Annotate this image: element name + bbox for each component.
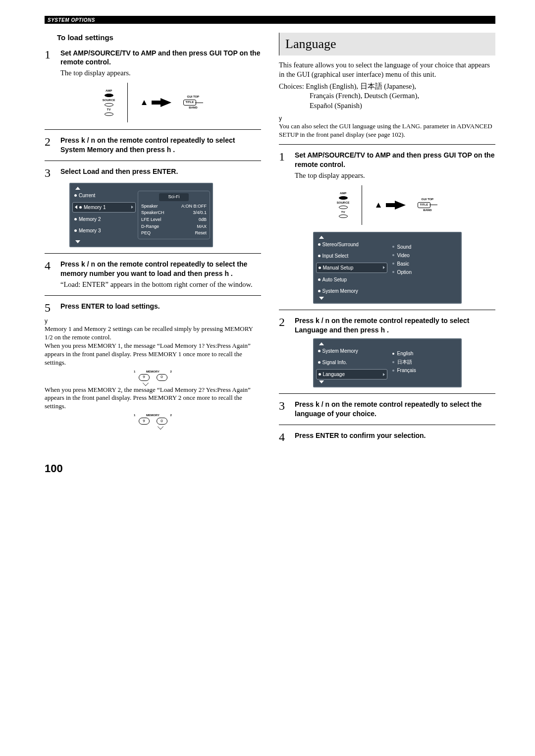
rule-icon (45, 253, 261, 254)
gui-top-menu: Stereo/Surround Input Select Manual Setu… (313, 232, 462, 304)
menu-item: System Memory (316, 286, 387, 296)
step-bold: Select Load and then press ENTER. (60, 167, 261, 176)
gui-top-label: GUI TOP (422, 198, 434, 202)
menu-right-panel: Sci-Fi SpeakerA:ON B:OFF SpeakerCH3/4/0.… (138, 191, 210, 239)
header-bar: SYSTEM OPTIONS (45, 16, 495, 24)
gui-top-button-group: GUI TOP TITLE BAND (418, 198, 438, 212)
menu-item: Memory 3 (72, 226, 136, 235)
pointer-icon (429, 205, 437, 205)
bullet-icon (318, 278, 321, 281)
bullet-icon (318, 361, 321, 364)
left-step-3: 3 Select Load and then press ENTER. (45, 167, 261, 179)
sub-label: Option (397, 269, 412, 275)
step-bold: Press k / n on the remote control repeat… (60, 260, 261, 278)
menu-right-list: Sound Video Basic Option (389, 240, 459, 296)
tip-text-3: When you press MEMORY 2, the message “Lo… (45, 386, 261, 411)
bullet-icon (319, 267, 321, 269)
sub-label: Basic (397, 261, 409, 267)
sub-item: 日本語 (391, 358, 457, 366)
mem-memory-label: MEMORY (146, 414, 160, 418)
scroll-down-icon (319, 297, 324, 300)
amp-oval-icon (105, 94, 113, 97)
rule-icon (279, 310, 495, 310)
step-number: 4 (279, 431, 290, 443)
tip-text: You can also select the GUI language usi… (279, 122, 495, 139)
right-step-1: 1 Set AMP/SOURCE/TV to AMP and then pres… (279, 151, 495, 180)
source-label: SOURCE (337, 201, 350, 205)
dot-icon (392, 361, 394, 363)
gui-memory-menu: Current Memory 1 Memory 2 Memory 3 Sci-F… (69, 183, 213, 247)
kv-val: MAX (197, 224, 207, 230)
tri-right-icon (383, 373, 385, 376)
step-bold: Press k / n on the remote control repeat… (295, 400, 495, 419)
menu-label: Memory 3 (79, 227, 101, 234)
btn-0-label: 0 (160, 419, 162, 424)
menu-item: Input Select (316, 251, 387, 261)
step-bold: Press ENTER to confirm your selection. (295, 431, 495, 440)
btn-9-label: 9 (143, 419, 145, 424)
language-title: Language (279, 33, 495, 55)
step-number: 4 (45, 260, 55, 271)
kv-val: 3/4/0.1 (193, 210, 207, 216)
rule-icon (279, 425, 495, 425)
scroll-up-icon (319, 342, 324, 345)
btn-9-label: 9 (143, 375, 145, 379)
divider-icon (127, 83, 128, 122)
choices-line-3: Español (Spanish) (279, 101, 495, 111)
sub-item: English (391, 349, 457, 358)
step-bold: Set AMP/SOURCE/TV to AMP and then press … (60, 49, 261, 67)
scroll-down-icon (319, 380, 324, 383)
right-arrow-icon (395, 201, 406, 210)
menu-right-list: English 日本語 Français (389, 346, 459, 379)
gui-language-menu: System Memory Signal Info. Language Engl… (313, 338, 462, 387)
scroll-up-icon (75, 187, 80, 190)
step-text: The top display appears. (295, 171, 495, 180)
kv-key: LFE Level (141, 217, 161, 223)
tv-label: TV (341, 211, 345, 215)
band-label: BAND (189, 106, 197, 110)
bullet-icon (74, 229, 77, 232)
menu-label: Input Select (322, 253, 349, 259)
menu-item-selected: Manual Setup (316, 263, 387, 273)
tip-marker: y (279, 115, 495, 123)
dot-icon (392, 263, 394, 265)
menu-label: Current (79, 192, 95, 199)
kv-key: Speaker (141, 204, 158, 210)
menu-label: System Memory (322, 348, 358, 354)
sub-label: 日本語 (397, 359, 412, 365)
right-step-3: 3 Press k / n on the remote control repe… (279, 400, 495, 419)
right-column: Language This feature allows you to sele… (279, 33, 495, 446)
tip-text-1: Memory 1 and Memory 2 settings can be re… (45, 325, 261, 342)
choices-line-2: Français (French), Deutsch (German), (279, 91, 495, 101)
kv-val: A:ON B:OFF (181, 204, 207, 210)
right-arrow-icon (160, 98, 171, 107)
menu-label: Auto Setup (322, 276, 347, 283)
source-oval-icon (105, 103, 113, 107)
left-step-2: 2 Press k / n on the remote control repe… (45, 136, 261, 155)
tv-label: TV (107, 108, 111, 112)
tri-left-icon (75, 205, 77, 209)
menu-label: Language (323, 371, 345, 378)
right-step-4: 4 Press ENTER to confirm your selection. (279, 431, 495, 443)
tri-right-icon (383, 266, 385, 269)
menu-item: Auto Setup (316, 275, 387, 284)
band-label: BAND (423, 209, 431, 213)
right-step-2: 2 Press k / n on the remote control repe… (279, 316, 495, 335)
step-bold: Press k / n on the remote control repeat… (295, 316, 495, 335)
rule-icon (279, 393, 495, 394)
sub-label: Français (397, 367, 416, 374)
menu-label: Memory 1 (84, 204, 106, 211)
menu-left-list: System Memory Signal Info. Language (316, 346, 387, 379)
rule-icon (45, 295, 261, 296)
step-bold: Press k / n on the remote control repeat… (60, 136, 261, 155)
scroll-down-icon (75, 240, 80, 243)
bullet-icon (318, 290, 321, 292)
rule-icon (279, 144, 495, 145)
divider-icon (362, 185, 362, 225)
memory-9-button-icon: 9 (139, 418, 150, 425)
menu-label: Manual Setup (323, 265, 354, 271)
tv-oval-icon (339, 215, 348, 218)
bullet-icon (318, 350, 321, 352)
mem-memory-label: MEMORY (146, 370, 160, 374)
tip-marker: y (45, 318, 261, 325)
